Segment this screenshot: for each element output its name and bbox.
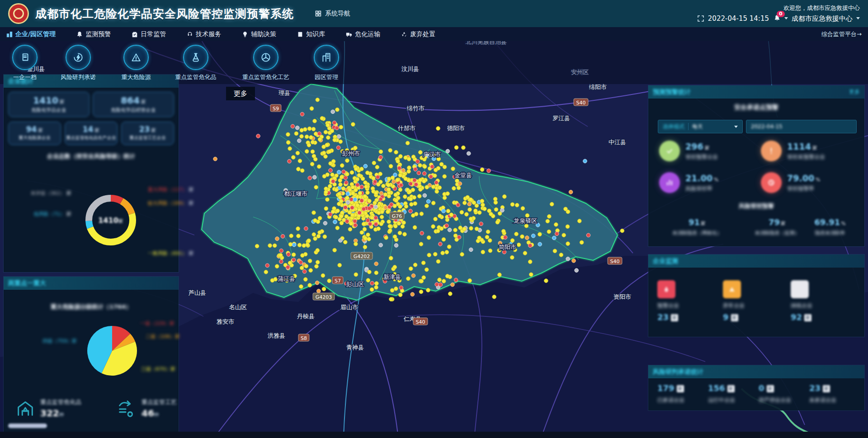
map-marker-yellow[interactable] — [559, 253, 563, 257]
map-marker-red[interactable] — [414, 183, 418, 187]
map-marker-yellow[interactable] — [465, 212, 469, 217]
map-marker-yellow[interactable] — [307, 143, 311, 147]
map-marker-yellow[interactable] — [481, 250, 485, 254]
map-marker-yellow[interactable] — [529, 273, 533, 277]
map-marker-yellow[interactable] — [298, 159, 302, 163]
map-marker-yellow[interactable] — [477, 211, 481, 215]
map-marker-yellow[interactable] — [341, 187, 345, 191]
map-marker-red[interactable] — [413, 178, 417, 182]
map-marker-yellow[interactable] — [434, 168, 438, 172]
map-marker-yellow[interactable] — [345, 196, 349, 200]
map-marker-yellow[interactable] — [297, 234, 301, 238]
map-marker-yellow[interactable] — [544, 279, 548, 283]
map-marker-yellow[interactable] — [336, 209, 340, 213]
map-marker-yellow[interactable] — [433, 174, 437, 178]
map-marker-yellow[interactable] — [388, 229, 392, 233]
map-marker-yellow[interactable] — [354, 273, 358, 277]
map-marker-red[interactable] — [344, 206, 348, 210]
map-marker-red[interactable] — [379, 155, 383, 160]
map-marker-yellow[interactable] — [355, 203, 359, 207]
map-marker-yellow[interactable] — [451, 167, 455, 171]
map-marker-red[interactable] — [445, 224, 449, 228]
map-marker-yellow[interactable] — [553, 249, 557, 253]
map-marker-blue[interactable] — [337, 170, 341, 174]
map-marker-yellow[interactable] — [387, 188, 391, 192]
map-marker-yellow[interactable] — [339, 140, 343, 144]
map-marker-yellow[interactable] — [409, 197, 413, 201]
map-marker-yellow[interactable] — [398, 188, 402, 192]
map-marker-yellow[interactable] — [460, 252, 464, 256]
map-marker-yellow[interactable] — [300, 128, 304, 132]
map-marker-red[interactable] — [503, 235, 507, 240]
map-marker-yellow[interactable] — [538, 232, 542, 236]
map-marker-red[interactable] — [389, 203, 393, 207]
map-marker-yellow[interactable] — [469, 226, 473, 231]
map-marker-yellow[interactable] — [439, 226, 443, 231]
map-marker-yellow[interactable] — [436, 259, 440, 264]
map-marker-yellow[interactable] — [326, 136, 330, 140]
map-marker-yellow[interactable] — [503, 195, 507, 199]
map-marker-yellow[interactable] — [394, 198, 398, 203]
map-marker-yellow[interactable] — [313, 119, 317, 123]
map-marker-yellow[interactable] — [547, 215, 552, 219]
map-marker-yellow[interactable] — [301, 254, 305, 258]
map-marker-yellow[interactable] — [436, 127, 440, 131]
platform-link[interactable]: 综合监管平台→ — [821, 30, 862, 38]
org-dropdown[interactable]: 成都市应急救援中心 — [792, 14, 853, 23]
map-marker-gray[interactable] — [379, 243, 383, 247]
map-marker-red[interactable] — [439, 242, 443, 246]
map-marker-yellow[interactable] — [427, 235, 431, 240]
map-marker-yellow[interactable] — [292, 253, 296, 257]
map-marker-yellow[interactable] — [316, 234, 321, 238]
map-marker-yellow[interactable] — [372, 161, 376, 165]
chevron-down-icon[interactable] — [856, 17, 860, 19]
map-marker-red[interactable] — [376, 175, 380, 179]
map-marker-yellow[interactable] — [404, 177, 408, 181]
map-marker-red[interactable] — [349, 198, 354, 202]
map-marker-yellow[interactable] — [454, 146, 458, 150]
map-marker-red[interactable] — [368, 207, 372, 211]
map-marker-red[interactable] — [366, 218, 370, 222]
subnav-item-1[interactable]: 一企一档 — [0, 45, 54, 81]
map-marker-yellow[interactable] — [401, 225, 405, 229]
map-marker-yellow[interactable] — [434, 217, 438, 221]
map-marker-red[interactable] — [353, 219, 357, 223]
map-marker-yellow[interactable] — [328, 184, 332, 188]
map-marker-yellow[interactable] — [348, 227, 352, 231]
map-marker-gray[interactable] — [575, 268, 579, 273]
map-marker-yellow[interactable] — [469, 217, 473, 221]
map-marker-yellow[interactable] — [309, 268, 313, 273]
map-marker-yellow[interactable] — [340, 164, 344, 168]
map-marker-red[interactable] — [379, 198, 383, 202]
map-marker-yellow[interactable] — [360, 167, 364, 171]
map-marker-red[interactable] — [265, 264, 269, 268]
map-marker-yellow[interactable] — [493, 197, 497, 201]
enterprise-stat-box[interactable]: 94家重大危险源企业 — [8, 122, 61, 145]
map-marker-yellow[interactable] — [324, 190, 328, 194]
map-marker-yellow[interactable] — [305, 135, 309, 139]
map-marker-yellow[interactable] — [488, 249, 492, 253]
map-marker-yellow[interactable] — [438, 214, 442, 218]
nav-item-2[interactable]: 监测预警 — [76, 30, 111, 38]
map-marker-gray[interactable] — [313, 175, 317, 179]
map-marker-gray[interactable] — [448, 228, 452, 232]
map-marker-yellow[interactable] — [398, 173, 402, 177]
map-marker-yellow[interactable] — [311, 150, 315, 154]
map-marker-yellow[interactable] — [315, 264, 319, 268]
map-marker-yellow[interactable] — [425, 204, 429, 208]
map-marker-gray[interactable] — [374, 205, 378, 209]
mode-select[interactable]: 选择模式 每天 — [658, 120, 743, 133]
map-marker-gray[interactable] — [339, 239, 343, 243]
map-marker-red[interactable] — [279, 249, 283, 253]
map-marker-yellow[interactable] — [313, 218, 317, 222]
map-marker-red[interactable] — [331, 179, 335, 184]
map-marker-yellow[interactable] — [333, 138, 337, 142]
nav-item-6[interactable]: 知识库 — [297, 30, 325, 38]
map-marker-red[interactable] — [355, 183, 359, 187]
map-marker-yellow[interactable] — [335, 108, 340, 112]
more-link[interactable]: 更多 — [849, 88, 860, 96]
map-marker-yellow[interactable] — [344, 240, 348, 244]
map-marker-yellow[interactable] — [418, 164, 422, 168]
map-marker-yellow[interactable] — [421, 261, 425, 265]
map-marker-yellow[interactable] — [313, 157, 317, 161]
